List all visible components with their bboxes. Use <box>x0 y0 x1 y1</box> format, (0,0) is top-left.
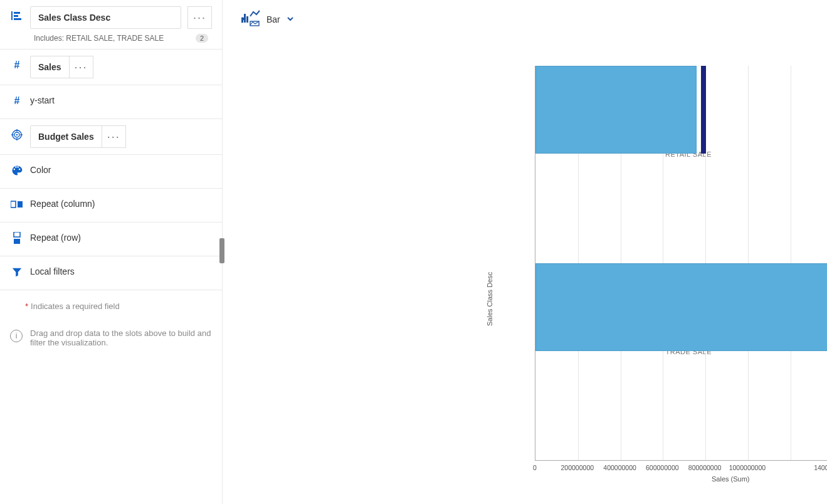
svg-point-6 <box>16 134 18 136</box>
field-pill-sales[interactable]: Sales <box>30 56 70 78</box>
x-axis-title: Sales (Sum) <box>712 475 750 483</box>
slot-budget-sales: Budget Sales ··· <box>0 119 222 155</box>
field-pill-budget-more-button[interactable]: ··· <box>102 125 126 148</box>
svg-rect-14 <box>14 239 20 244</box>
number-icon: # <box>10 58 24 72</box>
svg-rect-1 <box>14 12 20 14</box>
x-tick: 400000000 <box>603 464 636 471</box>
required-field-note: *Indicates a required field <box>0 290 222 316</box>
help-text: Drag and drop data to the slots above to… <box>30 328 212 347</box>
x-tick: 800000000 <box>688 464 722 471</box>
chart-type-label: Bar <box>266 14 280 24</box>
field-pill-more-button[interactable]: ··· <box>187 6 212 29</box>
category-axis-icon <box>10 9 24 23</box>
target-icon <box>10 128 24 142</box>
slot-label: Repeat (row) <box>30 229 81 243</box>
slot-color[interactable]: Color <box>0 155 222 189</box>
filter-icon <box>10 265 24 279</box>
y-axis-title: Sales Class Desc <box>486 272 493 326</box>
svg-rect-3 <box>14 18 21 20</box>
x-tick: 600000000 <box>646 464 679 471</box>
svg-rect-11 <box>11 201 16 207</box>
slot-repeat-row[interactable]: Repeat (row) <box>0 223 222 256</box>
repeat-column-icon <box>10 197 24 211</box>
visualization-panel: Bar Sales Class Desc RETAIL SALE TRADE S… <box>223 0 827 504</box>
slot-local-filters[interactable]: Local filters <box>0 256 222 290</box>
chevron-down-icon <box>287 14 294 24</box>
svg-rect-12 <box>18 201 23 207</box>
svg-rect-17 <box>246 16 248 23</box>
bar-retail-budget[interactable] <box>701 66 706 154</box>
svg-rect-2 <box>14 15 18 17</box>
field-pill-budget-sales[interactable]: Budget Sales <box>30 125 102 148</box>
number-icon: # <box>10 94 24 108</box>
repeat-row-icon <box>10 231 24 245</box>
svg-rect-0 <box>11 11 13 20</box>
x-tick: 1000000000 <box>729 464 766 471</box>
info-icon: i <box>10 330 23 342</box>
svg-rect-13 <box>14 232 20 237</box>
slot-sales: # Sales ··· <box>0 50 222 85</box>
x-tick: 0 <box>533 464 537 471</box>
chart-type-selector[interactable]: Bar <box>241 10 814 28</box>
includes-count-badge: 2 <box>196 34 208 43</box>
includes-text: Includes: RETAIL SALE, TRADE SALE <box>34 34 164 43</box>
slot-label: Repeat (column) <box>30 195 95 209</box>
bar-retail-sales[interactable] <box>535 66 697 154</box>
slot-y-start[interactable]: # y-start <box>0 85 222 119</box>
x-tick: 1400000000 <box>814 464 827 471</box>
field-pill-sales-class-desc[interactable]: Sales Class Desc <box>30 6 181 29</box>
chart-type-icon <box>241 10 260 28</box>
slot-label: Local filters <box>30 263 75 276</box>
slot-label: y-start <box>30 92 55 105</box>
slot-repeat-column[interactable]: Repeat (column) <box>0 189 222 223</box>
fields-panel: Sales Class Desc ··· Includes: RETAIL SA… <box>0 0 223 504</box>
field-pill-sales-more-button[interactable]: ··· <box>69 56 93 78</box>
bar-trade-sales[interactable] <box>535 263 827 351</box>
x-tick: 200000000 <box>561 464 594 471</box>
palette-icon <box>10 164 24 177</box>
chart-area: Sales Class Desc RETAIL SALE TRADE SALE … <box>473 50 827 489</box>
plot-area <box>535 66 827 461</box>
help-note: i Drag and drop data to the slots above … <box>0 316 222 352</box>
slot-category: Sales Class Desc ··· Includes: RETAIL SA… <box>0 0 222 50</box>
slot-label: Color <box>30 161 51 175</box>
